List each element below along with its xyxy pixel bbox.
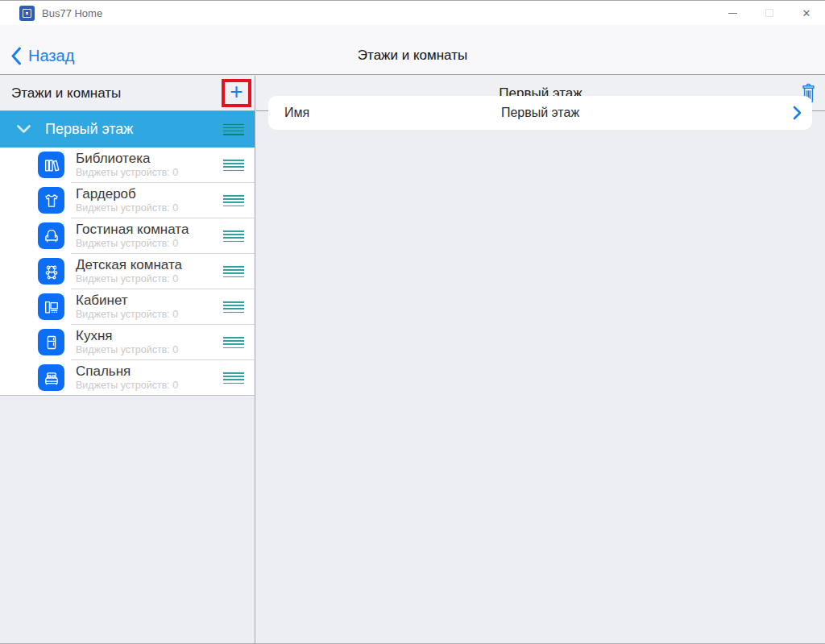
floor-name: Первый этаж — [45, 121, 133, 138]
chevron-down-icon[interactable] — [17, 125, 31, 134]
room-name: Кабинет — [76, 293, 128, 309]
drag-handle-icon[interactable] — [223, 266, 244, 277]
room-name: Гостиная комната — [76, 222, 189, 238]
drag-handle-icon[interactable] — [223, 195, 244, 206]
fridge-icon — [38, 329, 64, 355]
close-button[interactable]: ✕ — [788, 1, 825, 25]
drag-handle-icon[interactable] — [223, 337, 244, 348]
floor-row-selected[interactable]: Первый этаж — [0, 111, 255, 147]
page-title: Этажи и комнаты — [0, 48, 825, 64]
minimize-icon — [728, 13, 737, 14]
room-row-wardrobe[interactable]: Гардероб Виджеты устройств: 0 — [0, 183, 255, 218]
app-logo-icon — [19, 6, 35, 21]
room-row-kids-room[interactable]: Детская комната Виджеты устройств: 0 — [0, 254, 255, 289]
window-titlebar: Bus77 Home ✕ — [0, 1, 825, 25]
room-name: Спальня — [76, 364, 131, 380]
window-title: Bus77 Home — [42, 7, 102, 19]
tshirt-icon — [38, 187, 64, 214]
nav-header: Назад Этажи и комнаты — [0, 25, 825, 75]
room-subtitle: Виджеты устройств: 0 — [76, 273, 178, 285]
room-list: Библиотека Виджеты устройств: 0 Гардероб… — [0, 147, 255, 396]
floor-name-row[interactable]: Имя Первый этаж — [268, 96, 812, 130]
floor-detail-panel: Первый этаж Имя Первый этаж — [256, 76, 825, 643]
add-button-highlight: + — [222, 79, 251, 107]
minimize-button[interactable] — [714, 1, 751, 25]
room-row-bedroom[interactable]: Спальня Виджеты устройств: 0 — [0, 360, 255, 396]
left-panel-header: Этажи и комнаты + — [0, 76, 255, 111]
room-row-library[interactable]: Библиотека Виджеты устройств: 0 — [0, 147, 255, 183]
floors-rooms-panel: Этажи и комнаты + Первый этаж Библиотека… — [0, 76, 255, 643]
room-subtitle: Виджеты устройств: 0 — [76, 202, 178, 214]
room-name: Кухня — [76, 328, 113, 344]
window-controls: ✕ — [714, 1, 825, 25]
drag-handle-icon[interactable] — [223, 123, 244, 135]
room-subtitle: Виджеты устройств: 0 — [76, 309, 178, 320]
name-field-value: Первый этаж — [268, 106, 812, 120]
books-icon — [38, 152, 64, 178]
room-name: Библиотека — [76, 151, 150, 167]
room-subtitle: Виджеты устройств: 0 — [76, 167, 178, 178]
room-subtitle: Виджеты устройств: 0 — [76, 238, 178, 249]
room-row-office[interactable]: Кабинет Виджеты устройств: 0 — [0, 289, 255, 325]
close-icon: ✕ — [802, 8, 811, 19]
drag-handle-icon[interactable] — [223, 301, 244, 313]
chevron-right-icon — [793, 106, 802, 120]
bed-icon — [38, 364, 64, 391]
teddy-bear-icon — [38, 258, 64, 285]
room-row-living-room[interactable]: Гостиная комната Виджеты устройств: 0 — [0, 218, 255, 254]
desk-icon — [38, 293, 64, 320]
room-name: Детская комната — [76, 257, 182, 273]
room-row-kitchen[interactable]: Кухня Виджеты устройств: 0 — [0, 325, 255, 360]
maximize-icon — [765, 9, 773, 17]
room-subtitle: Виджеты устройств: 0 — [76, 380, 178, 391]
room-subtitle: Виджеты устройств: 0 — [76, 344, 178, 355]
maximize-button[interactable] — [751, 1, 788, 25]
add-floor-button[interactable]: + — [228, 81, 244, 106]
armchair-icon — [38, 222, 64, 249]
left-panel-title: Этажи и комнаты — [0, 85, 121, 102]
drag-handle-icon[interactable] — [223, 372, 244, 384]
drag-handle-icon[interactable] — [223, 231, 244, 242]
room-name: Гардероб — [76, 186, 136, 202]
drag-handle-icon[interactable] — [223, 160, 244, 171]
